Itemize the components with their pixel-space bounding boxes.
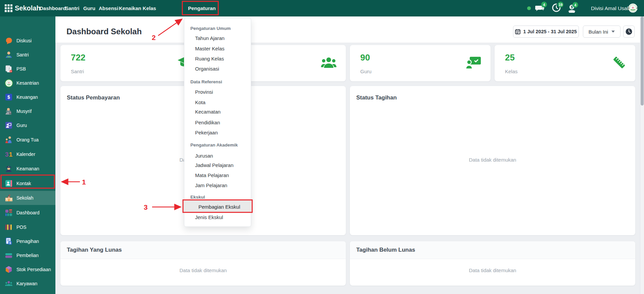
- sidebar-item-label: Keuangan: [16, 94, 38, 100]
- police-icon: [4, 164, 13, 173]
- sidebar-item-label: Stok Persediaan: [16, 267, 51, 272]
- teacher-icon: [4, 121, 13, 130]
- dropdown-item-jadwal-pelajaran[interactable]: Jadwal Pelajaran: [195, 162, 233, 168]
- sidebar-item-label: Penagihan: [16, 239, 39, 244]
- svg-text:3: 3: [5, 151, 9, 158]
- date-range-label: 1 Jul 2025 - 31 Jul 2025: [523, 29, 577, 34]
- sidebar-item-karyawan[interactable]: Karyawan: [0, 277, 55, 291]
- panel-title: Tagihan Yang Lunas: [67, 247, 122, 253]
- sidebar-item-label: Karyawan: [16, 281, 37, 286]
- sidebar-item-label: Santri: [16, 52, 29, 57]
- sidebar-item-label: Kalender: [16, 152, 35, 157]
- sidebar-item-pembelian[interactable]: Pembelian: [0, 248, 55, 262]
- sidebar-item-label: POS: [16, 224, 27, 230]
- sidebar-item-kontak[interactable]: Kontak: [0, 176, 55, 191]
- sidebar-item-label: Orang Tua: [16, 137, 39, 142]
- teacher-board-icon: [466, 56, 481, 71]
- stat-value: 25: [505, 53, 515, 62]
- nav-link-guru[interactable]: Guru: [81, 0, 98, 16]
- ruler-icon: [612, 55, 627, 71]
- sidebar-item-keamanan[interactable]: Keamanan: [0, 162, 55, 176]
- stat-label: Santri: [71, 69, 84, 74]
- sidebar-item-stok-persediaan[interactable]: Stok Persediaan: [0, 262, 55, 277]
- sidebar-item-absensi[interactable]: Absensi: [0, 291, 55, 294]
- sidebar-item-sekolah[interactable]: Sekolah: [0, 191, 55, 205]
- user-name[interactable]: Divisi Amal Usaha: [591, 0, 633, 16]
- sidebar-item-label: Kesantrian: [16, 80, 39, 86]
- sidebar-item-kalender[interactable]: 31 Kalender: [0, 147, 55, 161]
- sidebar-item-label: Keamanan: [16, 166, 39, 171]
- panel-title: Status Pembayaran: [67, 94, 120, 101]
- documents-icon: [4, 65, 13, 73]
- box-icon: [4, 265, 13, 274]
- avatar[interactable]: [628, 3, 638, 13]
- nav-link-santri[interactable]: Santri: [62, 0, 82, 16]
- sidebar-item-label: Sekolah: [16, 195, 34, 201]
- history-time-button[interactable]: [623, 26, 635, 38]
- dropdown-section-title: Pengaturan Akademik: [190, 142, 238, 148]
- panel-header: Tagihan Yang Lunas: [60, 241, 346, 259]
- period-selected-label: Bulan Ini: [589, 29, 608, 35]
- dropdown-item-tahun-ajaran[interactable]: Tahun Ajaran: [195, 35, 225, 41]
- contact-icon: [4, 179, 13, 188]
- calendar-31-icon: 31: [4, 150, 13, 159]
- svg-text:1: 1: [9, 151, 13, 158]
- clock-icon: [626, 28, 632, 35]
- panel-status-tagihan: Status Tagihan Data tidak ditemukan: [350, 86, 635, 235]
- online-status-dot: [527, 6, 531, 10]
- sidebar-item-musyrif[interactable]: Musyrif: [0, 104, 55, 118]
- sidebar-item-penagihan[interactable]: $ Penagihan: [0, 234, 55, 248]
- sidebar-item-psb[interactable]: PSB: [0, 62, 55, 76]
- users-group-icon: [321, 56, 336, 71]
- history-icon[interactable]: 19: [552, 3, 567, 13]
- dropdown-item-organisasi[interactable]: Organisasi: [195, 66, 219, 72]
- sidebar-item-santri[interactable]: Santri: [0, 48, 55, 62]
- empty-state-text: Data tidak ditemukan: [350, 267, 635, 273]
- stat-card-kelas: 25 Kelas: [495, 45, 635, 81]
- donation-badge: 4: [572, 2, 578, 8]
- empty-state-text: Data tidak ditemukan: [60, 267, 346, 273]
- donation-icon[interactable]: $ 4: [568, 4, 581, 14]
- sidebar-item-label: Musyrif: [16, 109, 32, 114]
- tiles-icon: [4, 208, 13, 217]
- chat-bubble-icon: [4, 36, 13, 45]
- dropdown-item-jam-pelajaran[interactable]: Jam Pelajaran: [195, 182, 227, 188]
- page-title: Dashboard Sekolah: [66, 27, 142, 36]
- dropdown-item-kecamatan[interactable]: Kecamatan: [195, 109, 221, 115]
- apps-grid-icon[interactable]: [5, 4, 12, 12]
- scrollbar-thumb[interactable]: [641, 16, 644, 106]
- stat-label: Kelas: [505, 69, 518, 74]
- sidebar-item-dashboard[interactable]: Dashboard: [0, 206, 55, 220]
- sidebar-item-label: Kontak: [16, 181, 31, 186]
- stat-value: 90: [360, 53, 370, 62]
- app-root: Sekolah Dashboard Santri Guru Absensi Ke…: [0, 0, 644, 294]
- chat-icon[interactable]: 4: [535, 3, 550, 13]
- employees-icon: [4, 279, 13, 288]
- period-select[interactable]: Bulan Ini: [583, 26, 620, 38]
- dropdown-item-pembagian-ekskul[interactable]: Pembagian Ekskul: [183, 200, 252, 213]
- dropdown-item-master-kelas[interactable]: Master Kelas: [195, 46, 225, 51]
- dropdown-item-jurusan[interactable]: Jurusan: [195, 153, 213, 159]
- dropdown-item-pendidikan[interactable]: Pendidikan: [195, 120, 220, 125]
- sidebar-item-pos[interactable]: POS: [0, 220, 55, 234]
- stat-label: Guru: [360, 69, 371, 74]
- stat-value: 722: [71, 53, 85, 62]
- dropdown-section-title: Data Referensi: [190, 79, 222, 84]
- sidebar-item-diskusi[interactable]: Diskusi: [0, 34, 55, 48]
- dropdown-item-mata-pelajaran[interactable]: Mata Pelajaran: [195, 172, 229, 178]
- dropdown-item-ruang-kelas[interactable]: Ruang Kelas: [195, 56, 224, 61]
- sidebar-item-kesantrian[interactable]: Kesantrian: [0, 76, 55, 90]
- sidebar-item-label: PSB: [16, 66, 26, 72]
- sidebar-item-keuangan[interactable]: $ Keuangan: [0, 90, 55, 104]
- nav-link-kenaikan-kelas[interactable]: Kenaikan Kelas: [116, 0, 159, 16]
- dropdown-item-jenis-ekskul[interactable]: Jenis Ekskul: [195, 214, 223, 220]
- emblem-icon: [4, 79, 13, 87]
- date-range-button[interactable]: 1 Jul 2025 - 31 Jul 2025: [513, 26, 579, 38]
- dropdown-item-pekerjaan[interactable]: Pekerjaan: [195, 130, 218, 135]
- dropdown-item-kota[interactable]: Kota: [195, 99, 205, 105]
- sidebar-item-guru[interactable]: Guru: [0, 118, 55, 132]
- dropdown-item-provinsi[interactable]: Provinsi: [195, 89, 213, 95]
- nav-link-pengaturan[interactable]: Pengaturan: [185, 0, 219, 16]
- dropdown-section-title: Ekskul: [190, 195, 205, 200]
- sidebar-item-orang-tua[interactable]: Orang Tua: [0, 133, 55, 147]
